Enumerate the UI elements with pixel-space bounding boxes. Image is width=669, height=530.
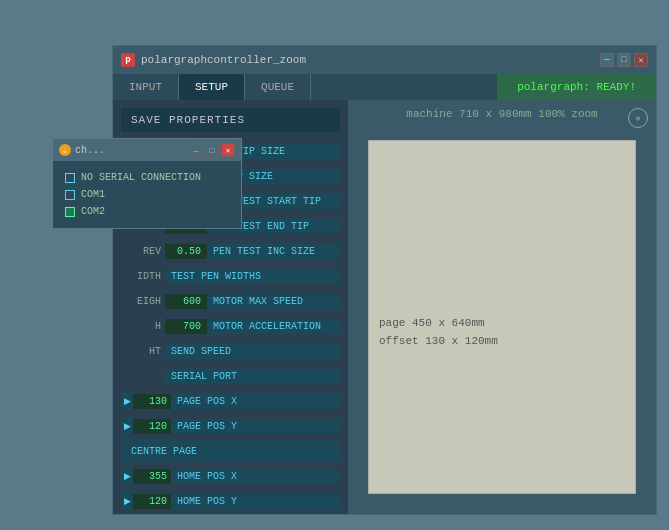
prop-desc-8: SEND SPEED <box>165 344 340 359</box>
page-pos-x-value: 130 <box>133 394 171 409</box>
dialog-maximize-button[interactable]: □ <box>205 143 219 157</box>
serial-indicator-none <box>65 173 75 183</box>
tab-input[interactable]: INPUT <box>113 74 179 100</box>
prop-desc-4: PEN TEST INC SIZE <box>207 244 340 259</box>
serial-item-com1[interactable]: COM1 <box>61 186 233 203</box>
page-pos-y-row: ▶ 120 PAGE POS Y <box>121 415 340 437</box>
prop-row-4: REV PEN TEST INC SIZE <box>121 240 340 262</box>
home-pos-y-arrow[interactable]: ▶ <box>121 492 133 510</box>
page-rect: page 450 x 640mm offset 130 x 120mm <box>368 140 636 494</box>
save-properties-button[interactable]: SAVE PROPERTIES <box>121 108 340 132</box>
tab-bar: INPUT SETUP QUEUE polargraph: READY! <box>113 74 656 100</box>
tab-ready: polargraph: READY! <box>497 74 656 100</box>
serial-label-none: NO SERIAL CONNECTION <box>81 172 201 183</box>
prop-label-6: EIGH <box>121 296 161 307</box>
window-controls: — □ ✕ <box>600 53 648 67</box>
prop-row-5: IDTH TEST PEN WIDTHS <box>121 265 340 287</box>
home-pos-y-value: 120 <box>133 494 171 509</box>
close-button[interactable]: ✕ <box>634 53 648 67</box>
home-pos-x-row: ▶ 355 HOME POS X <box>121 465 340 487</box>
prop-desc-9: SERIAL PORT <box>165 369 340 384</box>
dialog-controls: — □ ✕ <box>189 143 235 157</box>
dialog-content: NO SERIAL CONNECTION COM1 COM2 <box>53 161 241 228</box>
page-pos-y-value: 120 <box>133 419 171 434</box>
dialog-close-button[interactable]: ✕ <box>221 143 235 157</box>
dialog-titlebar: ☕ ch... — □ ✕ <box>53 139 241 161</box>
serial-label-com2: COM2 <box>81 206 105 217</box>
serial-dialog: ☕ ch... — □ ✕ NO SERIAL CONNECTION COM1 … <box>52 138 242 229</box>
prop-desc-5: TEST PEN WIDTHS <box>165 269 340 284</box>
dialog-title-left: ☕ ch... <box>59 144 105 156</box>
serial-label-com1: COM1 <box>81 189 105 200</box>
tab-setup[interactable]: SETUP <box>179 74 245 100</box>
home-pos-y-label: HOME POS Y <box>171 494 340 509</box>
canvas-area: machine 710 x 980mm 100% zoom ⊕ page 450… <box>348 100 656 514</box>
prop-desc-6: MOTOR MAX SPEED <box>207 294 340 309</box>
prop-row-7: H MOTOR ACCELERATION <box>121 315 340 337</box>
prop-row-6: EIGH MOTOR MAX SPEED <box>121 290 340 312</box>
prop-desc-7: MOTOR ACCELERATION <box>207 319 340 334</box>
serial-indicator-com2 <box>65 207 75 217</box>
compass-icon: ⊕ <box>628 108 648 128</box>
prop-label-5: IDTH <box>121 271 161 282</box>
machine-info: machine 710 x 980mm 100% zoom <box>406 108 597 120</box>
dialog-title: ch... <box>75 145 105 156</box>
dialog-app-icon: ☕ <box>59 144 71 156</box>
main-titlebar: p polargraphcontroller_zoom — □ ✕ <box>113 46 656 74</box>
home-pos-x-arrow[interactable]: ▶ <box>121 467 133 485</box>
prop-label-4: REV <box>121 246 161 257</box>
page-info: page 450 x 640mm <box>379 317 485 329</box>
prop-label-8: HT <box>121 346 161 357</box>
prop-row-8: HT SEND SPEED <box>121 340 340 362</box>
maximize-button[interactable]: □ <box>617 53 631 67</box>
page-pos-x-arrow[interactable]: ▶ <box>121 392 133 410</box>
page-pos-y-arrow[interactable]: ▶ <box>121 417 133 435</box>
page-pos-x-label: PAGE POS X <box>171 394 340 409</box>
prop-value-7[interactable] <box>165 319 207 334</box>
home-pos-y-row: ▶ 120 HOME POS Y <box>121 490 340 512</box>
serial-item-com2[interactable]: COM2 <box>61 203 233 220</box>
main-window: p polargraphcontroller_zoom — □ ✕ INPUT … <box>112 45 657 515</box>
serial-item-none[interactable]: NO SERIAL CONNECTION <box>61 169 233 186</box>
page-pos-y-label: PAGE POS Y <box>171 419 340 434</box>
centre-page-button[interactable]: CENTRE PAGE <box>121 440 340 462</box>
serial-indicator-com1 <box>65 190 75 200</box>
dialog-minimize-button[interactable]: — <box>189 143 203 157</box>
tab-queue[interactable]: QUEUE <box>245 74 311 100</box>
app-title: polargraphcontroller_zoom <box>141 54 306 66</box>
prop-label-7: H <box>121 321 161 332</box>
prop-row-9: SERIAL PORT <box>121 365 340 387</box>
prop-value-6[interactable] <box>165 294 207 309</box>
offset-info: offset 130 x 120mm <box>379 335 498 347</box>
titlebar-left: p polargraphcontroller_zoom <box>121 53 306 67</box>
home-pos-x-label: HOME POS X <box>171 469 340 484</box>
page-pos-x-row: ▶ 130 PAGE POS X <box>121 390 340 412</box>
home-pos-x-value: 355 <box>133 469 171 484</box>
minimize-button[interactable]: — <box>600 53 614 67</box>
prop-value-4[interactable] <box>165 244 207 259</box>
app-icon: p <box>121 53 135 67</box>
